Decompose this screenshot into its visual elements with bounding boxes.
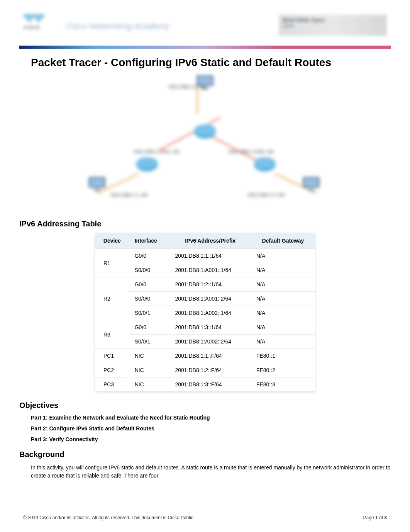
objective-item: Part 3: Verify Connectivity [31,436,391,442]
table-row: PC3 NIC 2001:DB8:1:3::F/64 FE80::3 [95,377,315,392]
cell-gateway: FE80::2 [251,363,315,377]
objective-item: Part 1: Examine the Network and Evaluate… [31,415,391,421]
cell-interface: NIC [129,363,170,377]
svg-rect-14 [308,189,314,191]
cell-address: 2001:DB8:1:3::F/64 [169,377,251,392]
topo-label-bottom-left: 2001:DB8:1:1::/64 [110,192,148,198]
router-r1 [136,156,159,173]
cisco-logo: cisco. [24,14,55,37]
copyright-text: © 2013 Cisco and/or its affiliates. All … [23,515,195,520]
cell-address: 2001:DB8:1:1::F/64 [169,349,251,363]
header-right-badge: Mind Wide Open Open [279,15,387,36]
cell-device: PC1 [95,349,129,363]
svg-point-1 [194,124,216,135]
objective-item: Part 2: Configure IPv6 Static and Defaul… [31,425,391,432]
cell-device: R3 [95,320,129,349]
addressing-heading: IPv6 Addressing Table [19,219,391,228]
topo-label-bottom-right: 2001:DB8:1:3::/64 [247,192,285,198]
background-heading: Background [19,450,391,459]
cell-gateway: FE80::1 [251,349,315,363]
cell-interface: NIC [129,349,170,363]
cell-gateway: N/A [251,306,315,320]
page-of: of [378,515,385,520]
th-address: IPv6 Address/Prefix [169,233,251,249]
cell-address: 2001:DB8:1:2::1/64 [169,277,251,292]
addressing-table: Device Interface IPv6 Address/Prefix Def… [95,233,315,391]
cell-address: 2001:DB8:1:A002::1/64 [169,306,251,320]
cell-device: PC2 [95,363,129,377]
cell-interface: NIC [129,377,170,392]
cell-address: 2001:DB8:1:A001::1/64 [169,263,251,277]
cell-address: 2001:DB8:1:A002::2/64 [169,335,251,349]
brand-text: cisco. [24,24,55,30]
topo-label-left-link: 2001:DB8:1:A001::/64 [134,149,179,155]
badge-line-2: Open [283,23,383,29]
pc-pc3 [300,175,323,193]
pc-pc1 [85,175,108,193]
topology-diagram: 2001:DB8:1:2::/64 2001:DB8:1:A001::/64 2… [81,76,329,208]
router-r3 [253,156,276,173]
page-total: 3 [384,515,387,520]
table-row: PC1 NIC 2001:DB8:1:1::F/64 FE80::1 [95,349,315,363]
cell-address: 2001:DB8:1:2::F/64 [169,363,251,377]
cell-address: 2001:DB8:1:A001::2/64 [169,292,251,306]
cell-interface: G0/0 [129,249,170,263]
topo-label-top: 2001:DB8:1:2::/64 [168,84,206,90]
cell-interface: G0/0 [129,277,170,292]
router-r2 [193,123,217,141]
cell-device: PC3 [95,377,129,392]
cell-device: R1 [95,249,129,277]
cell-address: 2001:DB8:1:1::1/64 [169,249,251,263]
academy-name: Cisco Networking Academy [66,21,169,31]
table-row: R2 G0/0 2001:DB8:1:2::1/64 N/A [95,277,315,292]
cell-gateway: N/A [251,335,315,349]
cell-gateway: N/A [251,320,315,335]
svg-point-5 [254,157,276,168]
page-title: Packet Tracer - Configuring IPv6 Static … [31,56,391,69]
svg-rect-11 [94,189,100,191]
table-row: PC2 NIC 2001:DB8:1:2::F/64 FE80::2 [95,363,315,377]
cell-gateway: N/A [251,249,315,263]
page-current: 1 [375,515,378,520]
page-number: Page 1 of 3 [363,515,387,520]
cell-gateway: FE80::3 [251,377,315,392]
cell-interface: S0/0/0 [129,292,170,306]
page-prefix: Page [363,515,375,520]
cell-gateway: N/A [251,263,315,277]
badge-line-1: Mind Wide Open [283,17,383,23]
objectives-heading: Objectives [19,401,391,410]
th-device: Device [95,233,129,249]
background-paragraph: In this activity, you will configure IPv… [31,464,391,480]
svg-rect-13 [304,178,318,186]
table-row: R1 G0/0 2001:DB8:1:1::1/64 N/A [95,249,315,263]
svg-point-3 [136,157,158,168]
table-row: R3 G0/0 2001:DB8:1:3::1/64 N/A [95,320,315,335]
th-gateway: Default Gateway [251,233,315,249]
cell-interface: S0/0/0 [129,263,170,277]
accent-bar [19,46,391,49]
header-banner: cisco. Cisco Networking Academy Mind Wid… [19,12,391,42]
cell-device: R2 [95,277,129,320]
topo-label-right-link: 2001:DB8:1:A002::/64 [228,149,274,155]
page-footer: © 2013 Cisco and/or its affiliates. All … [23,515,387,520]
cell-address: 2001:DB8:1:3::1/64 [169,320,251,335]
svg-rect-10 [90,178,104,186]
cell-interface: G0/0 [129,320,170,335]
svg-rect-7 [198,77,212,85]
table-header-row: Device Interface IPv6 Address/Prefix Def… [95,233,315,249]
cell-interface: S0/0/1 [129,306,170,320]
th-interface: Interface [129,233,170,249]
cell-interface: S0/0/1 [129,335,170,349]
cell-gateway: N/A [251,277,315,292]
objectives-list: Part 1: Examine the Network and Evaluate… [31,415,391,442]
cell-gateway: N/A [251,292,315,306]
